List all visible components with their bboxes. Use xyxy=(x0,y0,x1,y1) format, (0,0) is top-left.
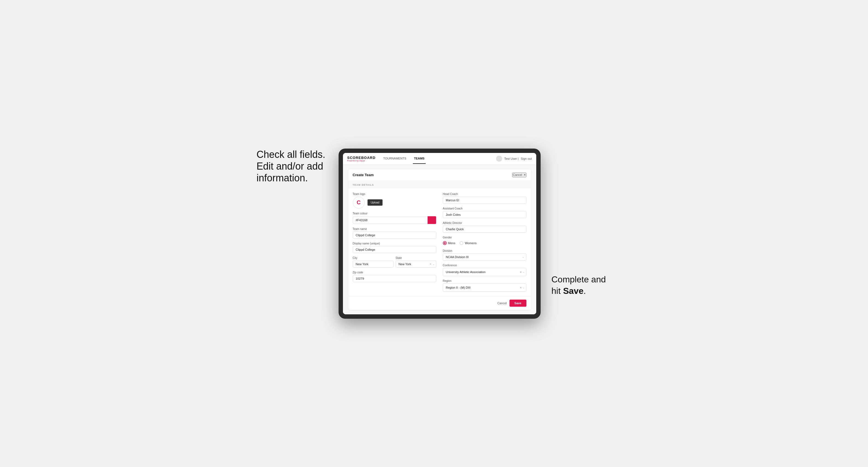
athletic-director-label: Athletic Director xyxy=(443,221,526,224)
radio-mens-label: Mens xyxy=(448,242,456,245)
conference-x-icon[interactable]: ✕ xyxy=(520,270,522,273)
section-label-text: TEAM DETAILS xyxy=(353,184,374,186)
upload-button[interactable]: Upload xyxy=(368,199,383,206)
nav-links: TOURNAMENTS TEAMS xyxy=(382,154,496,164)
colour-input[interactable] xyxy=(353,217,428,224)
team-name-input[interactable] xyxy=(353,231,436,239)
city-state-row: City State ✕ xyxy=(353,256,436,268)
division-label: Division xyxy=(443,249,526,252)
display-name-label: Display name (unique) xyxy=(353,242,436,245)
head-coach-input[interactable] xyxy=(443,197,526,204)
head-coach-field: Head Coach xyxy=(443,192,526,204)
left-column: Team logo C Upload xyxy=(353,192,436,292)
user-area: Test User | Sign out xyxy=(496,156,532,162)
radio-womens-dot xyxy=(460,241,463,245)
conference-select-wrap: University Athletic Association ✕ ⌄ xyxy=(443,268,526,276)
region-label: Region xyxy=(443,279,526,282)
display-name-input[interactable] xyxy=(353,246,436,253)
region-select-wrap: Region II - (M) DIII ✕ ⌄ xyxy=(443,283,526,292)
cancel-top-label: Cancel xyxy=(513,173,522,177)
state-select-controls: ✕ ⌄ xyxy=(430,263,435,266)
cancel-top-x-icon: ✕ xyxy=(523,173,526,177)
tablet-screen: SCOREBOARD Powered by clippd TOURNAMENTS… xyxy=(343,153,536,314)
division-field: Division ⌄ xyxy=(443,249,526,260)
logo-text: SCOREBOARD xyxy=(347,156,376,160)
card-title: Create Team xyxy=(353,173,374,177)
athletic-director-input[interactable] xyxy=(443,225,526,233)
conference-field: Conference University Athletic Associati… xyxy=(443,264,526,276)
logo-upload-area: C Upload xyxy=(353,197,436,209)
state-select-wrap: ✕ ⌄ xyxy=(396,260,436,268)
cancel-top-button[interactable]: Cancel ✕ xyxy=(512,173,526,177)
team-logo-label: Team logo xyxy=(353,192,436,195)
radio-womens-label: Womens xyxy=(465,242,476,245)
city-state-field: City State ✕ xyxy=(353,256,436,268)
athletic-director-field: Athletic Director xyxy=(443,221,526,233)
state-field: State ✕ ⌄ xyxy=(396,256,436,268)
gender-label: Gender xyxy=(443,236,526,239)
colour-swatch[interactable] xyxy=(428,216,436,224)
logo-circle: C xyxy=(353,197,365,209)
zip-input[interactable] xyxy=(353,275,436,282)
assistant-coach-field: Assistant Coach xyxy=(443,207,526,218)
radio-mens-dot xyxy=(443,241,447,245)
conference-label: Conference xyxy=(443,264,526,267)
upload-label: Upload xyxy=(371,201,379,204)
main-content: Create Team Cancel ✕ TEAM DETAILS xyxy=(343,165,536,314)
region-select-controls: ✕ ⌄ xyxy=(520,286,525,289)
region-field: Region Region II - (M) DIII ✕ ⌄ xyxy=(443,279,526,292)
state-chevron-icon[interactable]: ⌄ xyxy=(433,263,435,266)
city-label: City xyxy=(353,256,394,259)
cancel-footer-button[interactable]: Cancel xyxy=(497,302,507,305)
right-column: Head Coach Assistant Coach Athletic Dire… xyxy=(443,192,526,292)
state-x-icon[interactable]: ✕ xyxy=(430,263,432,266)
head-coach-label: Head Coach xyxy=(443,192,526,195)
logo-area: SCOREBOARD Powered by clippd xyxy=(347,156,376,162)
annotation-right-bold: Save xyxy=(563,286,584,296)
division-input[interactable] xyxy=(443,253,526,260)
annotation-left: Check all fields. Edit and/or add inform… xyxy=(257,149,328,184)
section-label: TEAM DETAILS xyxy=(348,181,531,188)
conference-chevron-icon[interactable]: ⌄ xyxy=(523,271,525,273)
state-label: State xyxy=(396,256,436,259)
cancel-footer-label: Cancel xyxy=(497,302,507,305)
zip-label: Zip code xyxy=(353,271,436,274)
conference-select-controls: ✕ ⌄ xyxy=(520,270,525,273)
colour-input-row xyxy=(353,216,436,224)
user-avatar xyxy=(496,156,502,162)
logo-sub: Powered by clippd xyxy=(347,160,376,162)
topnav: SCOREBOARD Powered by clippd TOURNAMENTS… xyxy=(343,153,536,165)
nav-link-tournaments[interactable]: TOURNAMENTS xyxy=(382,154,407,164)
region-select-inner[interactable]: Region II - (M) DIII xyxy=(443,283,526,292)
radio-mens[interactable]: Mens xyxy=(443,241,456,245)
tablet-frame: SCOREBOARD Powered by clippd TOURNAMENTS… xyxy=(339,149,540,319)
conference-select-inner[interactable]: University Athletic Association xyxy=(443,268,526,276)
region-value: Region II - (M) DIII xyxy=(446,286,470,289)
assistant-coach-input[interactable] xyxy=(443,211,526,218)
zip-field: Zip code xyxy=(353,271,436,282)
division-select-wrap: ⌄ xyxy=(443,253,526,260)
annotation-right: Complete and hit Save. xyxy=(552,274,612,297)
card-header: Create Team Cancel ✕ xyxy=(348,169,531,181)
radio-womens[interactable]: Womens xyxy=(460,241,476,245)
team-name-field: Team name xyxy=(353,227,436,239)
save-button[interactable]: Save xyxy=(509,300,526,307)
region-x-icon[interactable]: ✕ xyxy=(520,286,522,289)
user-name: Test User | xyxy=(504,157,519,160)
team-colour-field: Team colour xyxy=(353,212,436,224)
assistant-coach-label: Assistant Coach xyxy=(443,207,526,210)
team-colour-label: Team colour xyxy=(353,212,436,215)
team-name-label: Team name xyxy=(353,227,436,230)
annotation-left-text: Check all fields. Edit and/or add inform… xyxy=(257,149,328,184)
sign-out-link[interactable]: Sign out xyxy=(521,157,532,160)
team-logo-field: Team logo C Upload xyxy=(353,192,436,209)
save-label: Save xyxy=(515,302,522,305)
page-wrapper: Check all fields. Edit and/or add inform… xyxy=(257,149,612,319)
city-input[interactable] xyxy=(353,260,394,268)
create-team-card: Create Team Cancel ✕ TEAM DETAILS xyxy=(348,169,531,310)
region-chevron-icon[interactable]: ⌄ xyxy=(523,286,525,289)
gender-radio-group: Mens Womens xyxy=(443,240,526,246)
form-body: Team logo C Upload xyxy=(348,188,531,296)
card-footer: Cancel Save xyxy=(348,296,531,310)
nav-link-teams[interactable]: TEAMS xyxy=(413,154,426,164)
